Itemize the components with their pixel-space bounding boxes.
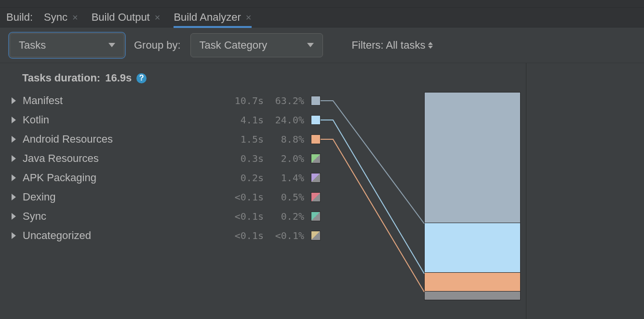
help-icon[interactable]: ? [136, 73, 147, 83]
groupby-label: Group by: [134, 39, 181, 52]
task-percent: <0.1% [268, 230, 304, 241]
chevron-right-icon [12, 194, 16, 200]
task-name: Uncategorized [23, 229, 225, 242]
color-swatch [311, 173, 321, 183]
right-pane [526, 63, 644, 319]
chart-segment [425, 93, 520, 223]
chevron-right-icon [12, 213, 16, 220]
chart-segment [425, 272, 520, 291]
close-icon[interactable]: × [246, 13, 252, 22]
chevron-right-icon [12, 117, 16, 123]
task-name: APK Packaging [23, 172, 225, 184]
color-swatch [311, 115, 321, 125]
task-duration: 10.7s [225, 95, 264, 106]
task-percent: 0.5% [268, 191, 304, 203]
task-name: Dexing [23, 191, 225, 203]
tabbar-label: Build: [6, 11, 33, 24]
task-percent: 24.0% [268, 114, 304, 126]
chevron-right-icon [12, 174, 16, 181]
task-duration: 1.5s [225, 133, 264, 145]
task-name: Java Resources [23, 152, 225, 165]
chevron-right-icon [12, 155, 16, 162]
toolbar: Tasks Group by: Task Category Filters: A… [0, 27, 644, 63]
chevron-down-icon [307, 43, 314, 47]
chevron-down-icon [108, 43, 115, 47]
duration-value: 16.9s [105, 72, 132, 84]
tab-label: Sync [44, 11, 67, 24]
color-swatch [311, 96, 321, 106]
tab-sync[interactable]: Sync × [44, 7, 78, 27]
tab-label: Build Analyzer [174, 11, 241, 24]
chart-segment [425, 291, 520, 300]
task-name: Android Resources [23, 133, 225, 146]
tab-label: Build Output [92, 11, 150, 24]
task-name: Manifest [23, 94, 225, 107]
view-select[interactable]: Tasks [10, 33, 124, 57]
task-duration: <0.1s [225, 230, 264, 241]
stacked-bar-chart [424, 92, 521, 300]
main-pane: Tasks duration: 16.9s ? Manifest10.7s63.… [0, 63, 526, 319]
color-swatch [311, 212, 321, 221]
task-percent: 8.8% [268, 133, 304, 145]
task-duration: <0.1s [225, 191, 264, 203]
tab-build-analyzer[interactable]: Build Analyzer × [174, 7, 251, 27]
filters-label: Filters: All tasks [352, 39, 426, 52]
task-duration: <0.1s [225, 211, 264, 222]
groupby-select[interactable]: Task Category [190, 33, 323, 57]
close-icon[interactable]: × [72, 13, 78, 22]
task-percent: 0.2% [268, 211, 304, 222]
chart-segment [425, 223, 520, 272]
color-swatch [311, 154, 321, 163]
task-percent: 63.2% [268, 95, 304, 106]
filters-dropdown[interactable]: Filters: All tasks [352, 39, 433, 52]
task-percent: 1.4% [268, 172, 304, 184]
task-duration: 4.1s [225, 114, 264, 126]
window-top-band [0, 0, 644, 8]
chevron-right-icon [12, 136, 16, 143]
chevron-right-icon [12, 97, 16, 104]
task-name: Kotlin [23, 114, 225, 126]
task-percent: 2.0% [268, 153, 304, 164]
color-swatch [311, 231, 321, 240]
task-name: Sync [23, 210, 225, 223]
task-duration: 0.3s [225, 153, 264, 164]
duration-label: Tasks duration: [22, 72, 100, 84]
task-duration: 0.2s [225, 172, 264, 184]
sort-icon [428, 42, 433, 49]
groupby-select-value: Task Category [200, 39, 268, 52]
tabbar: Build: Sync × Build Output × Build Analy… [0, 8, 644, 27]
tasks-duration-heading: Tasks duration: 16.9s ? [0, 72, 526, 84]
color-swatch [311, 134, 321, 144]
tab-build-output[interactable]: Build Output × [92, 7, 161, 27]
view-select-value: Tasks [19, 39, 46, 52]
close-icon[interactable]: × [155, 13, 161, 22]
color-swatch [311, 192, 321, 202]
chevron-right-icon [12, 232, 16, 239]
body: Tasks duration: 16.9s ? Manifest10.7s63.… [0, 63, 644, 319]
